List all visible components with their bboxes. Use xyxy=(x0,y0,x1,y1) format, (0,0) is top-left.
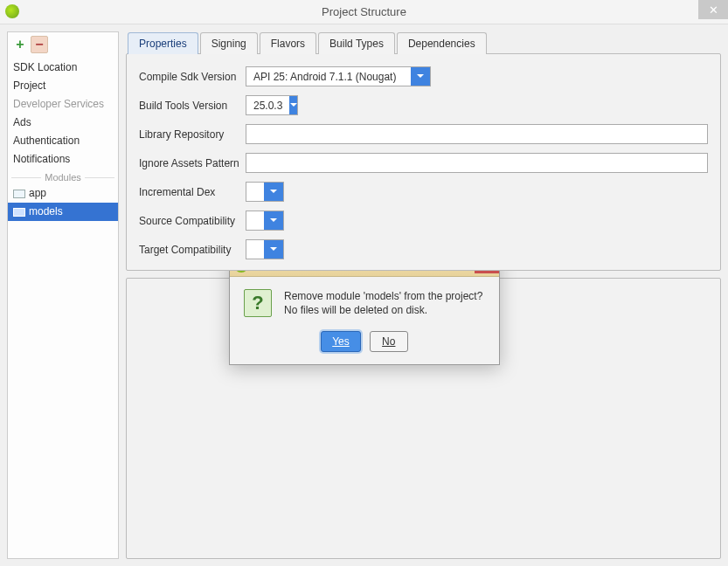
yes-button[interactable]: Yes xyxy=(321,331,361,352)
ignore-assets-input[interactable] xyxy=(246,153,708,173)
module-label: models xyxy=(29,204,113,219)
sidebar-sections: SDK Location Project Developer Services … xyxy=(8,59,118,169)
source-compat-label: Source Compatibility xyxy=(139,215,246,227)
remove-module-button[interactable]: − xyxy=(31,36,48,53)
sidebar-item-notifications[interactable]: Notifications xyxy=(8,150,118,169)
app-icon xyxy=(5,4,19,18)
module-icon xyxy=(13,190,25,198)
window-titlebar: Project Structure ✕ xyxy=(0,0,728,24)
compile-sdk-label: Compile Sdk Version xyxy=(139,71,246,83)
tab-signing[interactable]: Signing xyxy=(200,32,258,54)
library-repo-label: Library Repository xyxy=(139,128,246,141)
sidebar: + − SDK Location Project Developer Servi… xyxy=(7,31,119,559)
window-title: Project Structure xyxy=(322,5,406,18)
sidebar-item-project[interactable]: Project xyxy=(8,77,118,95)
dialog-line1: Remove module 'models' from the project? xyxy=(284,289,482,303)
build-tools-label: Build Tools Version xyxy=(139,100,246,112)
incremental-dex-combo[interactable] xyxy=(246,182,284,202)
compile-sdk-value: API 25: Android 7.1.1 (Nougat) xyxy=(246,71,411,83)
dialog-line2: No files will be deleted on disk. xyxy=(284,303,482,317)
module-icon xyxy=(13,208,25,217)
chevron-down-icon[interactable] xyxy=(289,96,297,114)
sidebar-item-developer-services[interactable]: Developer Services xyxy=(8,95,118,114)
modules-separator: Modules xyxy=(8,172,118,183)
module-item-app[interactable]: app xyxy=(8,184,118,203)
sidebar-item-sdk-location[interactable]: SDK Location xyxy=(8,59,118,77)
tab-flavors[interactable]: Flavors xyxy=(260,32,316,54)
sidebar-toolbar: + − xyxy=(8,32,118,59)
question-icon: ? xyxy=(244,289,272,317)
ignore-assets-label: Ignore Assets Pattern xyxy=(139,157,246,169)
tab-build-types[interactable]: Build Types xyxy=(318,32,395,54)
target-compat-combo[interactable] xyxy=(246,239,284,259)
target-compat-label: Target Compatibility xyxy=(139,244,246,256)
module-item-models[interactable]: models xyxy=(8,203,118,221)
sidebar-item-authentication[interactable]: Authentication xyxy=(8,132,118,150)
tab-dependencies[interactable]: Dependencies xyxy=(397,32,487,54)
dialog-message: Remove module 'models' from the project?… xyxy=(284,289,482,317)
tabs: Properties Signing Flavors Build Types D… xyxy=(126,31,721,53)
no-button[interactable]: No xyxy=(370,331,408,352)
properties-form: Compile Sdk Version API 25: Android 7.1.… xyxy=(126,53,721,271)
add-module-button[interactable]: + xyxy=(11,36,29,53)
modules-header: Modules xyxy=(45,172,81,183)
chevron-down-icon[interactable] xyxy=(264,240,283,259)
module-label: app xyxy=(29,186,113,201)
tab-properties[interactable]: Properties xyxy=(128,32,198,54)
compile-sdk-combo[interactable]: API 25: Android 7.1.1 (Nougat) xyxy=(246,66,431,86)
chevron-down-icon[interactable] xyxy=(411,67,430,86)
incremental-dex-label: Incremental Dex xyxy=(139,186,246,198)
chevron-down-icon[interactable] xyxy=(264,183,283,201)
sidebar-item-ads[interactable]: Ads xyxy=(8,114,118,132)
chevron-down-icon[interactable] xyxy=(264,211,283,230)
source-compat-combo[interactable] xyxy=(246,211,284,231)
library-repo-input[interactable] xyxy=(246,124,708,144)
build-tools-combo[interactable]: 25.0.3 xyxy=(246,95,298,115)
window-close-button[interactable]: ✕ xyxy=(698,0,728,19)
build-tools-value: 25.0.3 xyxy=(246,100,289,112)
